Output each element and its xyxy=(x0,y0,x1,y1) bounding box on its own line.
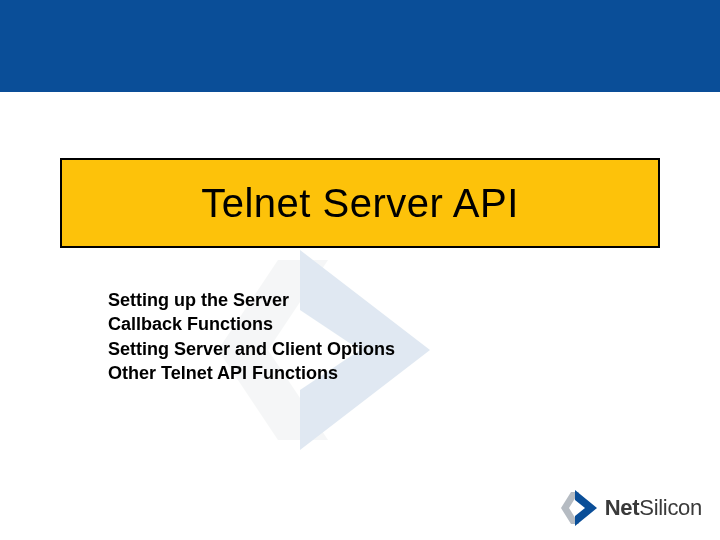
bullet-list: Setting up the Server Callback Functions… xyxy=(108,288,628,385)
slide: Telnet Server API Setting up the Server … xyxy=(0,0,720,540)
netsilicon-arrow-icon xyxy=(559,490,599,526)
slide-title: Telnet Server API xyxy=(201,181,519,226)
title-box: Telnet Server API xyxy=(60,158,660,248)
bullet-item: Other Telnet API Functions xyxy=(108,361,628,385)
header-bar xyxy=(0,0,720,92)
brand-name: NetSilicon xyxy=(605,495,702,521)
bullet-item: Setting up the Server xyxy=(108,288,628,312)
footer-logo: NetSilicon xyxy=(559,490,702,526)
bullet-item: Setting Server and Client Options xyxy=(108,337,628,361)
brand-name-strong: Net xyxy=(605,495,640,520)
bullet-item: Callback Functions xyxy=(108,312,628,336)
brand-name-light: Silicon xyxy=(639,495,702,520)
